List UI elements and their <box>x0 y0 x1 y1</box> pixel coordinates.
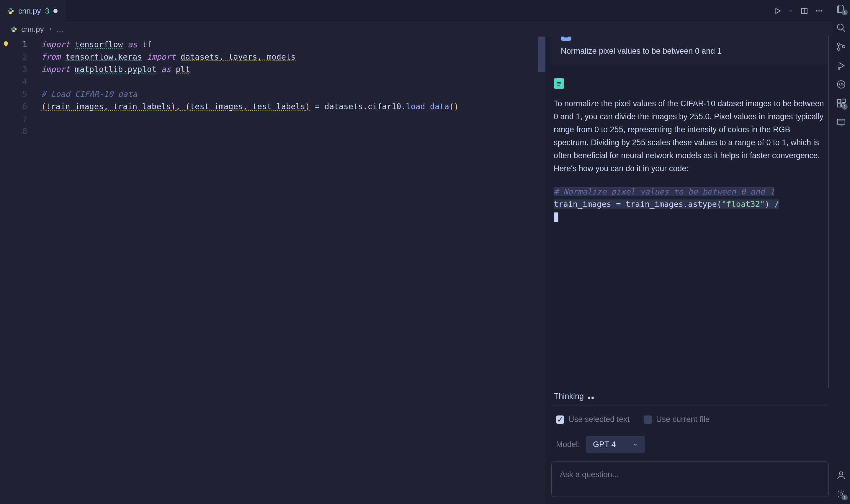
extensions-badge: 1 <box>842 104 848 110</box>
ai-avatar-icon <box>554 78 564 89</box>
chat-pane: ASKCODI Normalize pixel values to be bet… <box>545 37 832 504</box>
svg-point-23 <box>840 493 843 496</box>
explorer-badge: 1 <box>842 10 848 15</box>
user-avatar-icon <box>561 37 572 41</box>
svg-point-12 <box>842 46 845 48</box>
svg-point-8 <box>837 24 843 30</box>
lightbulb-icon[interactable] <box>2 41 10 48</box>
minimap-thumb[interactable] <box>538 37 545 72</box>
model-label: Model: <box>556 440 580 449</box>
use-current-file-checkbox[interactable]: Use current file <box>644 415 710 424</box>
more-actions-button[interactable] <box>815 7 823 15</box>
ai-message: To normalize the pixel values of the CIF… <box>551 78 828 223</box>
svg-point-22 <box>839 472 843 475</box>
svg-rect-15 <box>837 100 840 103</box>
svg-rect-16 <box>837 104 840 107</box>
explorer-button[interactable]: 1 <box>836 3 847 14</box>
svg-rect-6 <box>557 84 561 84</box>
checkbox-unchecked-icon <box>644 415 652 424</box>
tab-warning-count: 3 <box>45 6 49 16</box>
settings-badge: 1 <box>842 494 848 501</box>
svg-point-11 <box>837 48 840 51</box>
chat-input[interactable]: Ask a question... <box>551 462 829 497</box>
breadcrumb-trail: ... <box>57 25 64 34</box>
model-select[interactable]: GPT 4 <box>586 436 645 453</box>
askcodi-button[interactable] <box>836 79 847 90</box>
breadcrumb-filename: cnn.py <box>21 25 44 34</box>
breadcrumb[interactable]: cnn.py ... <box>0 22 832 37</box>
run-button[interactable] <box>774 7 781 15</box>
checkbox-checked-icon: ✓ <box>556 415 564 424</box>
tab-cnn-py[interactable]: cnn.py 3 <box>0 0 65 22</box>
user-message: Normalize pixel values to be between 0 a… <box>551 37 828 64</box>
remote-button[interactable] <box>836 117 847 127</box>
svg-point-4 <box>820 10 822 12</box>
svg-rect-5 <box>557 82 561 83</box>
editor-pane[interactable]: 1 2 3 4 5 6 7 8 import tensorflow as tf … <box>0 37 545 504</box>
user-message-text: Normalize pixel values to be between 0 a… <box>561 47 818 56</box>
extensions-button[interactable]: 1 <box>836 98 847 109</box>
line-gutter: 1 2 3 4 5 6 7 8 <box>0 37 41 504</box>
chevron-right-icon <box>48 27 53 32</box>
minimap[interactable] <box>538 37 545 504</box>
svg-point-3 <box>818 10 819 12</box>
svg-line-9 <box>842 29 845 32</box>
search-button[interactable] <box>836 22 847 33</box>
svg-point-10 <box>837 43 840 46</box>
split-editor-button[interactable] <box>800 7 808 15</box>
svg-rect-19 <box>837 119 845 124</box>
activity-bar: 1 1 1 <box>832 0 850 504</box>
run-debug-button[interactable] <box>836 60 847 71</box>
svg-rect-7 <box>557 85 560 86</box>
settings-button[interactable]: 1 <box>836 489 847 499</box>
source-control-button[interactable] <box>836 41 847 52</box>
cursor-icon <box>554 213 558 222</box>
ai-response-text: To normalize the pixel values of the CIF… <box>554 97 826 175</box>
unsaved-dot-icon <box>53 9 57 13</box>
svg-point-2 <box>816 10 817 12</box>
code-area[interactable]: import tensorflow as tf from tensorflow.… <box>41 37 545 504</box>
use-selected-text-checkbox[interactable]: ✓ Use selected text <box>556 415 630 424</box>
run-dropdown[interactable] <box>789 8 793 13</box>
edit-message-button[interactable] <box>812 37 819 38</box>
tab-filename: cnn.py <box>18 6 41 16</box>
svg-rect-18 <box>842 99 845 102</box>
thinking-status: Thinking <box>551 388 829 405</box>
tab-bar: cnn.py 3 <box>0 0 832 22</box>
python-icon <box>11 26 17 33</box>
python-icon <box>7 7 14 15</box>
ai-code-block: # Normalize pixel values to be between 0… <box>554 186 826 223</box>
account-button[interactable] <box>836 470 847 480</box>
chevron-down-icon <box>632 442 638 447</box>
